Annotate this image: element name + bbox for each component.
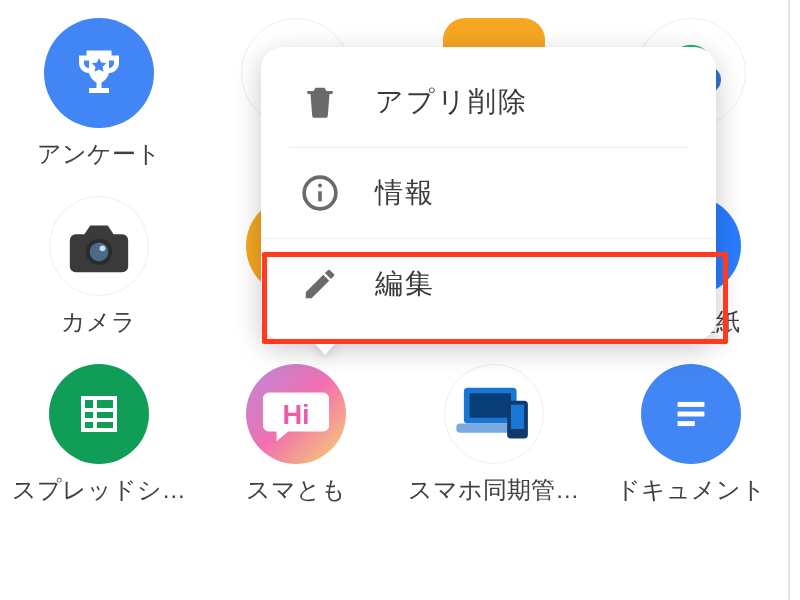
app-label: スプレッドシ… bbox=[12, 474, 186, 506]
app-phone-sync[interactable]: スマホ同期管… bbox=[399, 364, 589, 506]
app-label: スマとも bbox=[246, 474, 346, 506]
svg-point-5 bbox=[99, 245, 105, 251]
app-label: アンケート bbox=[37, 138, 161, 170]
popup-pointer bbox=[311, 339, 339, 355]
app-context-menu: アプリ削除 情報 編集 bbox=[261, 47, 716, 341]
app-camera[interactable]: カメラ bbox=[4, 196, 194, 338]
svg-rect-18 bbox=[511, 405, 524, 429]
menu-edit-app[interactable]: 編集 bbox=[261, 238, 716, 329]
app-documents[interactable]: ドキュメント bbox=[596, 364, 786, 506]
app-label: カメラ bbox=[61, 306, 136, 338]
svg-rect-15 bbox=[469, 393, 510, 417]
document-icon bbox=[668, 391, 714, 437]
svg-rect-9 bbox=[83, 398, 115, 430]
svg-point-4 bbox=[89, 243, 108, 262]
menu-app-info[interactable]: 情報 bbox=[261, 148, 716, 238]
app-smatomo[interactable]: Hi スマとも bbox=[201, 364, 391, 506]
menu-label: 編集 bbox=[375, 265, 435, 303]
trash-icon bbox=[299, 81, 341, 123]
pencil-icon bbox=[299, 263, 341, 305]
app-label: ドキュメント bbox=[616, 474, 766, 506]
chat-hi-icon: Hi bbox=[261, 384, 331, 444]
trophy-icon bbox=[69, 43, 129, 103]
pc-sync-icon bbox=[456, 382, 532, 446]
menu-delete-app[interactable]: アプリ削除 bbox=[261, 57, 716, 147]
camera-icon bbox=[64, 216, 134, 276]
app-survey[interactable]: アンケート bbox=[4, 18, 194, 170]
app-label: スマホ同期管… bbox=[408, 474, 579, 506]
menu-label: アプリ削除 bbox=[375, 83, 528, 121]
page-edge bbox=[788, 0, 790, 600]
spreadsheet-icon bbox=[75, 390, 123, 438]
svg-point-24 bbox=[318, 184, 322, 188]
app-spreadsheet[interactable]: スプレッドシ… bbox=[4, 364, 194, 506]
menu-label: 情報 bbox=[375, 174, 435, 212]
info-icon bbox=[299, 172, 341, 214]
svg-text:Hi: Hi bbox=[283, 399, 310, 430]
